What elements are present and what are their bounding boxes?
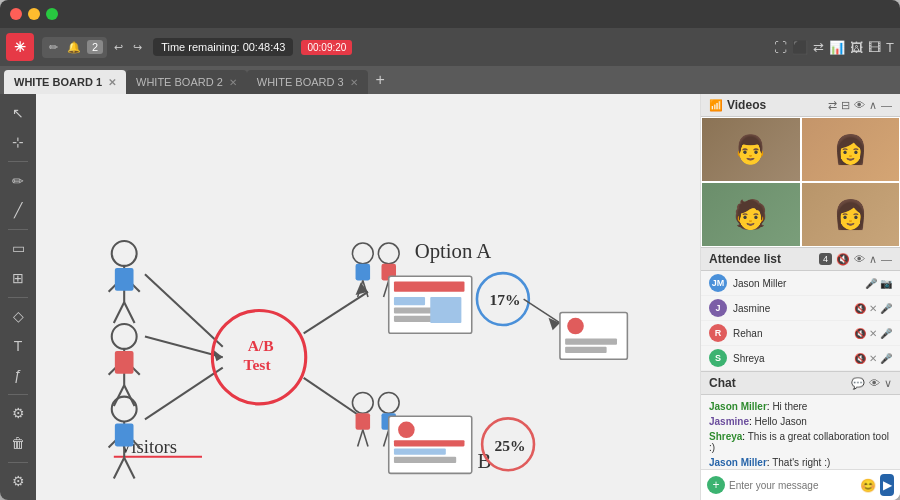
shreya-controls: 🔇 ✕ 🎤 — [854, 353, 892, 364]
tab-3-close[interactable]: ✕ — [350, 77, 358, 88]
delete-tool[interactable]: 🗑 — [5, 430, 31, 455]
formula-tool[interactable]: ƒ — [5, 362, 31, 387]
chat-expand-icon[interactable]: ∨ — [884, 377, 892, 390]
eraser-tool[interactable]: ◇ — [5, 303, 31, 328]
tab-whiteboard-3[interactable]: WHITE BOARD 3 ✕ — [247, 70, 368, 94]
jasmine-mic-icon[interactable]: 🎤 — [880, 303, 892, 314]
sender-2: Jasmine — [709, 416, 749, 427]
app-window: ✳ ✏ 🔔 2 ↩ ↪ Time remaining: 00:48:43 00:… — [0, 0, 900, 500]
msg-text-4: That's right :) — [772, 457, 830, 468]
lt-separator-3 — [8, 297, 28, 298]
red-timer: 00:09:20 — [301, 40, 352, 55]
layout-icon[interactable]: ⊟ — [841, 99, 850, 112]
attendee-eye-icon[interactable]: 👁 — [854, 253, 865, 265]
select-tool[interactable]: ⊹ — [5, 129, 31, 154]
svg-rect-57 — [565, 347, 607, 353]
send-message-btn[interactable]: ▶ — [880, 474, 894, 496]
grid-tool[interactable]: ⊞ — [5, 265, 31, 290]
text-tool[interactable]: T — [5, 333, 31, 358]
minimize-button[interactable] — [28, 8, 40, 20]
tab-1-close[interactable]: ✕ — [108, 77, 116, 88]
shreya-x-icon[interactable]: ✕ — [869, 353, 877, 364]
fullscreen-icon[interactable]: ⛶ — [774, 40, 787, 55]
collapse-icon[interactable]: — — [881, 99, 892, 111]
record-icon[interactable]: ⬛ — [792, 40, 808, 55]
shreya-mute-icon[interactable]: 🔇 — [854, 353, 866, 364]
tab-whiteboard-1[interactable]: WHITE BOARD 1 ✕ — [4, 70, 126, 94]
jasmine-controls: 🔇 ✕ 🎤 — [854, 303, 892, 314]
chat-msg-1: Jason Miller: Hi there — [709, 401, 892, 412]
bell-tool-btn[interactable]: 🔔 — [64, 39, 84, 56]
whiteboard[interactable]: Visitors — [36, 94, 700, 500]
name-shreya: Shreya — [733, 353, 848, 364]
attendee-collapse-icon[interactable]: — — [881, 253, 892, 265]
attendee-row-rehan: R Rehan 🔇 ✕ 🎤 — [701, 321, 900, 346]
chat-messages: Jason Miller: Hi there Jasmine: Hello Ja… — [701, 395, 900, 469]
toolbar: ✳ ✏ 🔔 2 ↩ ↪ Time remaining: 00:48:43 00:… — [0, 28, 900, 66]
jasmine-x-icon[interactable]: ✕ — [869, 303, 877, 314]
redo-btn[interactable]: ↪ — [130, 39, 145, 56]
film-icon[interactable]: 🎞 — [868, 40, 881, 55]
rehan-mute-icon[interactable]: 🔇 — [854, 328, 866, 339]
pen-tool-btn[interactable]: ✏ — [46, 39, 61, 56]
line-tool[interactable]: ╱ — [5, 197, 31, 222]
chat-badge: 💬 — [851, 377, 865, 390]
cursor-tool[interactable]: ↖ — [5, 100, 31, 125]
svg-rect-69 — [394, 440, 465, 446]
chat-msg-3: Shreya: This is a great collaboration to… — [709, 431, 892, 453]
lt-separator-1 — [8, 161, 28, 162]
svg-rect-71 — [394, 457, 456, 463]
undo-btn[interactable]: ↩ — [111, 39, 126, 56]
participant-1-avatar: 👨 — [702, 118, 800, 181]
eye-icon[interactable]: 👁 — [854, 99, 865, 111]
lt-separator-2 — [8, 229, 28, 230]
chart-icon[interactable]: 📊 — [829, 40, 845, 55]
attendee-row-shreya: S Shreya 🔇 ✕ 🎤 — [701, 346, 900, 371]
text-icon[interactable]: T — [886, 40, 894, 55]
close-button[interactable] — [10, 8, 22, 20]
mute-all-icon[interactable]: 🔇 — [836, 253, 850, 266]
logo-icon: ✳ — [6, 33, 34, 61]
shape-tool[interactable]: ▭ — [5, 236, 31, 261]
jason-mic-icon[interactable]: 🎤 — [865, 278, 877, 289]
draw-tool[interactable]: ✏ — [5, 168, 31, 193]
config-tool[interactable]: ⚙ — [5, 469, 31, 494]
svg-point-68 — [398, 422, 415, 439]
tab-2-label: WHITE BOARD 2 — [136, 76, 223, 88]
svg-rect-59 — [356, 413, 371, 430]
svg-text:25%: 25% — [495, 437, 526, 454]
videos-header: 📶 Videos ⇄ ⊟ 👁 ∧ — — [701, 94, 900, 117]
svg-text:17%: 17% — [489, 291, 520, 308]
svg-text:Test: Test — [244, 356, 272, 373]
settings-tool[interactable]: ⚙ — [5, 401, 31, 426]
svg-rect-56 — [565, 339, 617, 345]
add-tab-btn[interactable]: + — [368, 71, 393, 89]
svg-rect-16 — [115, 351, 134, 374]
rehan-x-icon[interactable]: ✕ — [869, 328, 877, 339]
msg-text-1: Hi there — [772, 401, 807, 412]
svg-text:A/B: A/B — [248, 337, 274, 354]
name-jasmine: Jasmine — [733, 303, 848, 314]
emoji-btn[interactable]: 😊 — [860, 478, 876, 493]
rehan-mic-icon[interactable]: 🎤 — [880, 328, 892, 339]
video-cell-3: 🧑 — [701, 182, 801, 247]
jason-cam-icon[interactable]: 📷 — [880, 278, 892, 289]
tabs-bar: WHITE BOARD 1 ✕ WHITE BOARD 2 ✕ WHITE BO… — [0, 66, 900, 94]
shuffle-icon[interactable]: ⇄ — [828, 99, 837, 112]
maximize-button[interactable] — [46, 8, 58, 20]
attendee-expand-icon[interactable]: ∧ — [869, 253, 877, 266]
tab-whiteboard-2[interactable]: WHITE BOARD 2 ✕ — [126, 70, 247, 94]
name-rehan: Rehan — [733, 328, 848, 339]
chat-eye-icon[interactable]: 👁 — [869, 377, 880, 389]
chat-header: Chat 💬 👁 ∨ — [701, 371, 900, 395]
share-icon[interactable]: ⇄ — [813, 40, 824, 55]
add-attachment-btn[interactable]: + — [707, 476, 725, 494]
jason-controls: 🎤 📷 — [865, 278, 892, 289]
shreya-mic-icon[interactable]: 🎤 — [880, 353, 892, 364]
avatar-rehan: R — [709, 324, 727, 342]
jasmine-mute-icon[interactable]: 🔇 — [854, 303, 866, 314]
tab-2-close[interactable]: ✕ — [229, 77, 237, 88]
chat-input-field[interactable] — [729, 480, 856, 491]
expand-icon[interactable]: ∧ — [869, 99, 877, 112]
image-icon[interactable]: 🖼 — [850, 40, 863, 55]
